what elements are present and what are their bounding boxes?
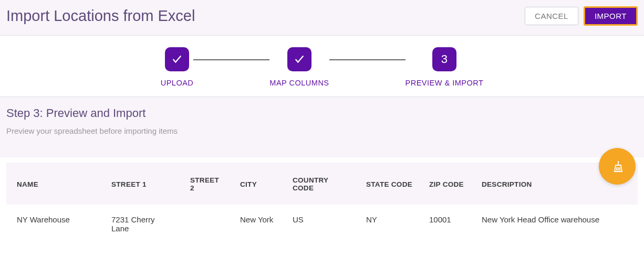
preview-table-wrap: NAME STREET 1 STREET 2 CITY COUNTRY CODE…: [0, 163, 644, 243]
cell-countrycode: US: [282, 205, 356, 243]
step-connector: [193, 59, 269, 60]
col-header-zipcode: ZIP CODE: [419, 163, 471, 205]
step-map-columns[interactable]: MAP COLUMNS: [269, 47, 329, 87]
step-label-1: UPLOAD: [161, 79, 194, 87]
page-title: Import Locations from Excel: [6, 7, 195, 25]
col-header-street2: STREET 2: [180, 163, 230, 205]
cell-zipcode: 10001: [419, 205, 471, 243]
step-preview-import[interactable]: 3 PREVIEW & IMPORT: [406, 47, 484, 87]
stepper-section: UPLOAD MAP COLUMNS 3 PREVIEW & IMPORT: [0, 36, 644, 97]
checkmark-icon: [294, 54, 305, 65]
section-title: Step 3: Preview and Import: [6, 106, 638, 120]
step-label-2: MAP COLUMNS: [269, 79, 329, 87]
broom-icon: [611, 160, 624, 173]
header-bar: Import Locations from Excel CANCEL IMPOR…: [0, 0, 644, 36]
cell-street1: 7231 Cherry Lane: [101, 205, 180, 243]
col-header-statecode: STATE CODE: [356, 163, 419, 205]
step-indicator-1: [165, 47, 189, 71]
header-buttons: CANCEL IMPORT: [525, 6, 638, 26]
table-header: NAME STREET 1 STREET 2 CITY COUNTRY CODE…: [6, 163, 638, 205]
table-body: NY Warehouse 7231 Cherry Lane New York U…: [6, 205, 638, 243]
cell-statecode: NY: [356, 205, 419, 243]
stepper: UPLOAD MAP COLUMNS 3 PREVIEW & IMPORT: [0, 47, 644, 87]
cell-description: New York Head Office warehouse: [471, 205, 638, 243]
table-header-row: NAME STREET 1 STREET 2 CITY COUNTRY CODE…: [6, 163, 638, 205]
cell-city: New York: [230, 205, 282, 243]
step-indicator-2: [287, 47, 311, 71]
col-header-street1: STREET 1: [101, 163, 180, 205]
preview-table: NAME STREET 1 STREET 2 CITY COUNTRY CODE…: [6, 163, 638, 243]
col-header-city: CITY: [230, 163, 282, 205]
cancel-button[interactable]: CANCEL: [525, 7, 578, 25]
step-connector: [329, 59, 406, 60]
step-upload[interactable]: UPLOAD: [161, 47, 194, 87]
step-description-section: Step 3: Preview and Import Preview your …: [0, 97, 644, 157]
table-row: NY Warehouse 7231 Cherry Lane New York U…: [6, 205, 638, 243]
step-indicator-3: 3: [432, 47, 456, 71]
clean-fab-button[interactable]: [599, 148, 636, 185]
import-button[interactable]: IMPORT: [584, 6, 638, 26]
section-subtitle: Preview your spreadsheet before importin…: [6, 126, 638, 135]
cell-name: NY Warehouse: [6, 205, 101, 243]
cell-street2: [180, 205, 230, 243]
col-header-countrycode: COUNTRY CODE: [282, 163, 356, 205]
step-label-3: PREVIEW & IMPORT: [406, 79, 484, 87]
col-header-name: NAME: [6, 163, 101, 205]
checkmark-icon: [171, 54, 183, 65]
